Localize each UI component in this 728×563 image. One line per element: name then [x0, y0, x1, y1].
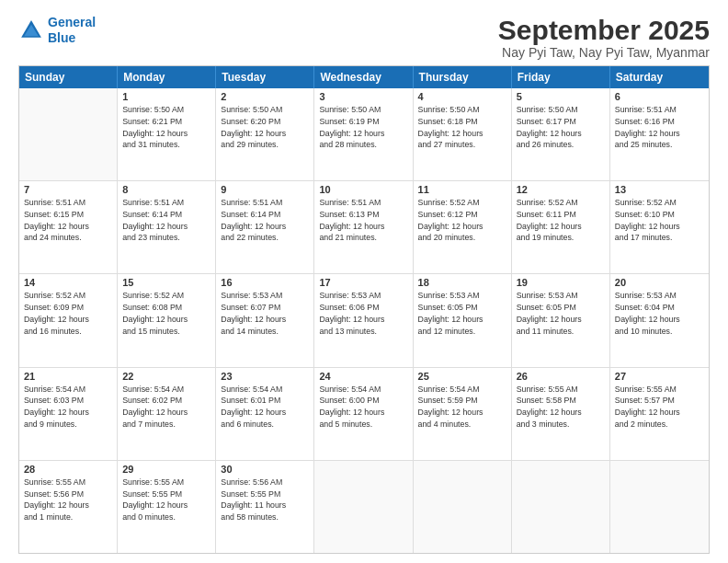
day-info: Sunrise: 5:56 AM Sunset: 5:55 PM Dayligh…: [221, 477, 309, 523]
calendar-cell: 27Sunrise: 5:55 AM Sunset: 5:57 PM Dayli…: [610, 368, 709, 460]
calendar-header: SundayMondayTuesdayWednesdayThursdayFrid…: [19, 66, 709, 88]
day-info: Sunrise: 5:50 AM Sunset: 6:20 PM Dayligh…: [221, 104, 309, 151]
day-number: 26: [517, 371, 605, 382]
calendar-cell: 22Sunrise: 5:54 AM Sunset: 6:02 PM Dayli…: [118, 368, 216, 460]
day-info: Sunrise: 5:51 AM Sunset: 6:13 PM Dayligh…: [319, 197, 407, 244]
day-number: 23: [221, 371, 309, 382]
logo-line2: Blue: [48, 30, 75, 45]
day-number: 4: [418, 91, 506, 102]
day-info: Sunrise: 5:52 AM Sunset: 6:09 PM Dayligh…: [24, 290, 112, 337]
header-day-wednesday: Wednesday: [314, 66, 413, 88]
day-number: 9: [221, 184, 309, 195]
header-day-friday: Friday: [512, 66, 610, 88]
header-day-thursday: Thursday: [414, 66, 512, 88]
calendar-cell: 26Sunrise: 5:55 AM Sunset: 5:58 PM Dayli…: [512, 368, 610, 460]
day-info: Sunrise: 5:51 AM Sunset: 6:14 PM Dayligh…: [122, 197, 210, 244]
calendar-cell: 6Sunrise: 5:51 AM Sunset: 6:16 PM Daylig…: [610, 88, 709, 180]
header: General Blue September 2025 Nay Pyi Taw,…: [18, 15, 710, 60]
calendar-cell: 12Sunrise: 5:52 AM Sunset: 6:11 PM Dayli…: [512, 181, 610, 273]
title-block: September 2025 Nay Pyi Taw, Nay Pyi Taw,…: [498, 15, 710, 60]
calendar-cell: 7Sunrise: 5:51 AM Sunset: 6:15 PM Daylig…: [19, 181, 118, 273]
day-info: Sunrise: 5:51 AM Sunset: 6:14 PM Dayligh…: [221, 197, 309, 244]
day-number: 28: [24, 464, 112, 475]
calendar-cell: [19, 88, 118, 180]
calendar-cell: 14Sunrise: 5:52 AM Sunset: 6:09 PM Dayli…: [19, 274, 118, 366]
day-number: 8: [122, 184, 210, 195]
day-number: 7: [24, 184, 112, 195]
day-info: Sunrise: 5:54 AM Sunset: 6:01 PM Dayligh…: [221, 384, 309, 431]
day-info: Sunrise: 5:55 AM Sunset: 5:56 PM Dayligh…: [24, 477, 112, 523]
calendar-cell: 23Sunrise: 5:54 AM Sunset: 6:01 PM Dayli…: [216, 368, 314, 460]
header-day-saturday: Saturday: [610, 66, 709, 88]
calendar-cell: 30Sunrise: 5:56 AM Sunset: 5:55 PM Dayli…: [216, 461, 314, 553]
day-number: 5: [517, 91, 605, 102]
day-number: 25: [418, 371, 506, 382]
day-info: Sunrise: 5:52 AM Sunset: 6:11 PM Dayligh…: [517, 197, 605, 244]
calendar-cell: 2Sunrise: 5:50 AM Sunset: 6:20 PM Daylig…: [216, 88, 314, 180]
header-day-sunday: Sunday: [19, 66, 118, 88]
day-info: Sunrise: 5:55 AM Sunset: 5:55 PM Dayligh…: [122, 477, 210, 523]
day-info: Sunrise: 5:52 AM Sunset: 6:10 PM Dayligh…: [615, 197, 704, 244]
day-number: 2: [221, 91, 309, 102]
calendar-cell: 8Sunrise: 5:51 AM Sunset: 6:14 PM Daylig…: [118, 181, 216, 273]
day-info: Sunrise: 5:55 AM Sunset: 5:58 PM Dayligh…: [517, 384, 605, 431]
day-info: Sunrise: 5:50 AM Sunset: 6:19 PM Dayligh…: [319, 104, 407, 151]
calendar-week-2: 7Sunrise: 5:51 AM Sunset: 6:15 PM Daylig…: [19, 180, 709, 273]
calendar-week-5: 28Sunrise: 5:55 AM Sunset: 5:56 PM Dayli…: [19, 460, 709, 553]
calendar-cell: 18Sunrise: 5:53 AM Sunset: 6:05 PM Dayli…: [414, 274, 512, 366]
calendar-cell: 28Sunrise: 5:55 AM Sunset: 5:56 PM Dayli…: [19, 461, 118, 553]
calendar-cell: 17Sunrise: 5:53 AM Sunset: 6:06 PM Dayli…: [314, 274, 413, 366]
day-info: Sunrise: 5:53 AM Sunset: 6:05 PM Dayligh…: [418, 290, 506, 337]
day-number: 17: [319, 277, 407, 288]
logo-text: General Blue: [48, 15, 96, 46]
logo-icon: [18, 17, 44, 43]
day-info: Sunrise: 5:53 AM Sunset: 6:05 PM Dayligh…: [517, 290, 605, 337]
day-number: 29: [122, 464, 210, 475]
day-info: Sunrise: 5:50 AM Sunset: 6:18 PM Dayligh…: [418, 104, 506, 151]
calendar-cell: 21Sunrise: 5:54 AM Sunset: 6:03 PM Dayli…: [19, 368, 118, 460]
day-info: Sunrise: 5:54 AM Sunset: 6:02 PM Dayligh…: [122, 384, 210, 431]
calendar-cell: 5Sunrise: 5:50 AM Sunset: 6:17 PM Daylig…: [512, 88, 610, 180]
header-day-tuesday: Tuesday: [216, 66, 314, 88]
day-number: 18: [418, 277, 506, 288]
day-info: Sunrise: 5:52 AM Sunset: 6:12 PM Dayligh…: [418, 197, 506, 244]
calendar-cell: 19Sunrise: 5:53 AM Sunset: 6:05 PM Dayli…: [512, 274, 610, 366]
day-info: Sunrise: 5:54 AM Sunset: 6:03 PM Dayligh…: [24, 384, 112, 431]
day-info: Sunrise: 5:53 AM Sunset: 6:07 PM Dayligh…: [221, 290, 309, 337]
logo-line1: General: [48, 15, 96, 29]
calendar-cell: [610, 461, 709, 553]
day-info: Sunrise: 5:53 AM Sunset: 6:06 PM Dayligh…: [319, 290, 407, 337]
day-info: Sunrise: 5:53 AM Sunset: 6:04 PM Dayligh…: [615, 290, 704, 337]
calendar-week-4: 21Sunrise: 5:54 AM Sunset: 6:03 PM Dayli…: [19, 367, 709, 460]
day-number: 3: [319, 91, 407, 102]
day-info: Sunrise: 5:50 AM Sunset: 6:21 PM Dayligh…: [122, 104, 210, 151]
calendar-cell: 29Sunrise: 5:55 AM Sunset: 5:55 PM Dayli…: [118, 461, 216, 553]
calendar: SundayMondayTuesdayWednesdayThursdayFrid…: [18, 65, 710, 554]
day-number: 12: [517, 184, 605, 195]
calendar-cell: 9Sunrise: 5:51 AM Sunset: 6:14 PM Daylig…: [216, 181, 314, 273]
day-number: 24: [319, 371, 407, 382]
location: Nay Pyi Taw, Nay Pyi Taw, Myanmar: [498, 45, 710, 60]
day-number: 27: [615, 371, 704, 382]
calendar-cell: 10Sunrise: 5:51 AM Sunset: 6:13 PM Dayli…: [314, 181, 413, 273]
day-number: 11: [418, 184, 506, 195]
day-number: 22: [122, 371, 210, 382]
calendar-body: 1Sunrise: 5:50 AM Sunset: 6:21 PM Daylig…: [19, 88, 709, 553]
day-number: 16: [221, 277, 309, 288]
calendar-cell: 3Sunrise: 5:50 AM Sunset: 6:19 PM Daylig…: [314, 88, 413, 180]
day-number: 1: [122, 91, 210, 102]
month-title: September 2025: [498, 15, 710, 45]
day-number: 19: [517, 277, 605, 288]
day-info: Sunrise: 5:54 AM Sunset: 5:59 PM Dayligh…: [418, 384, 506, 431]
calendar-cell: [512, 461, 610, 553]
day-info: Sunrise: 5:54 AM Sunset: 6:00 PM Dayligh…: [319, 384, 407, 431]
calendar-cell: 13Sunrise: 5:52 AM Sunset: 6:10 PM Dayli…: [610, 181, 709, 273]
day-number: 6: [615, 91, 704, 102]
calendar-cell: 1Sunrise: 5:50 AM Sunset: 6:21 PM Daylig…: [118, 88, 216, 180]
day-number: 10: [319, 184, 407, 195]
calendar-cell: 20Sunrise: 5:53 AM Sunset: 6:04 PM Dayli…: [610, 274, 709, 366]
calendar-cell: [414, 461, 512, 553]
calendar-week-3: 14Sunrise: 5:52 AM Sunset: 6:09 PM Dayli…: [19, 273, 709, 366]
calendar-cell: 16Sunrise: 5:53 AM Sunset: 6:07 PM Dayli…: [216, 274, 314, 366]
day-info: Sunrise: 5:52 AM Sunset: 6:08 PM Dayligh…: [122, 290, 210, 337]
